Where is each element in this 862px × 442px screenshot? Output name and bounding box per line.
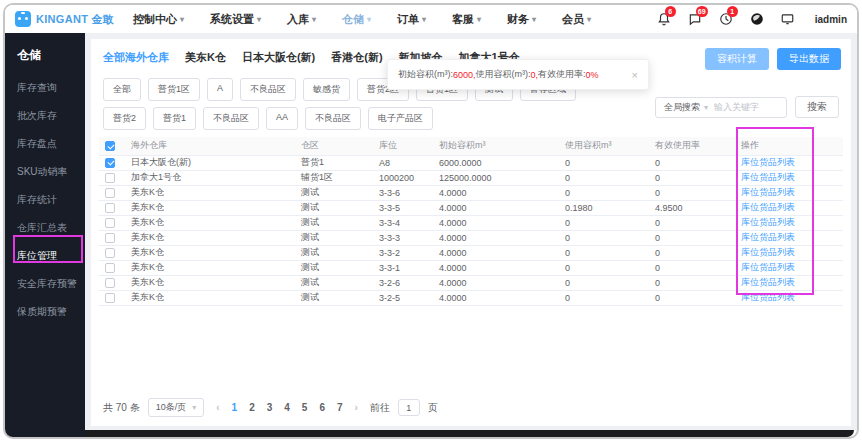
cell-warehouse: 美东K仓 xyxy=(125,230,295,245)
nav-menu-label: 会员 xyxy=(562,12,584,27)
select-all-checkbox[interactable] xyxy=(105,141,115,151)
location-goods-link[interactable]: 库位货品列表 xyxy=(741,172,795,182)
cell-used-volume: 0 xyxy=(559,275,649,290)
zone-chip[interactable]: 敏感货 xyxy=(303,78,350,101)
messages-icon[interactable]: 69 xyxy=(687,11,703,27)
cell-used-volume: 0 xyxy=(559,215,649,230)
location-goods-link[interactable]: 库位货品列表 xyxy=(741,292,795,302)
globe-icon[interactable] xyxy=(749,11,765,27)
row-checkbox[interactable] xyxy=(105,218,115,228)
next-page-icon[interactable]: › xyxy=(355,402,358,413)
pagination: 共 70 条 10条/页 ▾ ‹ 1 2 3 4 5 6 7 › 前往 xyxy=(103,398,438,417)
nav-menu-members[interactable]: 会员 ▾ xyxy=(562,12,591,27)
tab-us-east-k[interactable]: 美东K仓 xyxy=(185,50,226,65)
tab-hongkong-new[interactable]: 香港仓(新) xyxy=(331,50,382,65)
search-button[interactable]: 搜索 xyxy=(795,96,839,118)
page-number-6[interactable]: 6 xyxy=(319,402,325,413)
sidebar-item-warehouse-summary[interactable]: 仓库汇总表 xyxy=(5,214,85,242)
sidebar-item-batch-inventory[interactable]: 批次库存 xyxy=(5,102,85,130)
nav-menu-control-center[interactable]: 控制中心 ▾ xyxy=(133,12,184,27)
tab-japan-osaka-new[interactable]: 日本大阪仓(新) xyxy=(242,50,315,65)
zone-chip[interactable]: 不良品区 xyxy=(305,107,361,130)
cell-location: 3-3-2 xyxy=(373,245,433,260)
sidebar-item-safety-stock-alert[interactable]: 安全库存预警 xyxy=(5,270,85,298)
sidebar-item-shelf-life-alert[interactable]: 保质期预警 xyxy=(5,298,85,326)
sidebar-item-sku-sales-rate[interactable]: SKU动销率 xyxy=(5,158,85,186)
row-checkbox[interactable] xyxy=(105,233,115,243)
zone-chip[interactable]: 普货2 xyxy=(103,107,146,130)
cell-usage-rate: 0 xyxy=(649,245,735,260)
nav-menu-orders[interactable]: 订单 ▾ xyxy=(397,12,426,27)
nav-menu-finance[interactable]: 财务 ▾ xyxy=(507,12,536,27)
chevron-down-icon: ▾ xyxy=(180,15,184,24)
volume-calc-button[interactable]: 容积计算 xyxy=(705,48,769,70)
notification-bell-icon[interactable]: 6 xyxy=(656,11,672,27)
location-goods-link[interactable]: 库位货品列表 xyxy=(741,202,795,212)
zone-chip[interactable]: 普货1区 xyxy=(148,78,200,101)
tab-all-overseas[interactable]: 全部海外仓库 xyxy=(103,50,169,65)
row-checkbox[interactable] xyxy=(105,173,115,183)
chevron-down-icon: ▾ xyxy=(477,15,481,24)
goto-page-input[interactable] xyxy=(398,399,420,416)
sidebar-item-inventory-query[interactable]: 库存查询 xyxy=(5,74,85,102)
alert-value: 0, xyxy=(531,70,539,80)
cell-location: 3-2-6 xyxy=(373,275,433,290)
location-goods-link[interactable]: 库位货品列表 xyxy=(741,232,795,242)
zone-chip[interactable]: 不良品区 xyxy=(240,78,296,101)
brand-icon xyxy=(15,11,31,27)
search-input[interactable] xyxy=(714,99,786,116)
location-goods-link[interactable]: 库位货品列表 xyxy=(741,217,795,227)
cell-zone: 测试 xyxy=(295,275,373,290)
location-goods-link[interactable]: 库位货品列表 xyxy=(741,187,795,197)
export-data-button[interactable]: 导出数据 xyxy=(777,48,841,70)
page-number-3[interactable]: 3 xyxy=(267,402,273,413)
location-goods-link[interactable]: 库位货品列表 xyxy=(741,157,795,167)
clock-icon[interactable]: 1 xyxy=(718,11,734,27)
zone-chip[interactable]: 电子产品区 xyxy=(368,107,433,130)
cell-usage-rate: 0 xyxy=(649,230,735,245)
sidebar-item-location-management[interactable]: 库位管理 xyxy=(5,242,85,270)
row-checkbox[interactable] xyxy=(105,278,115,288)
row-checkbox[interactable] xyxy=(105,203,115,213)
row-checkbox[interactable] xyxy=(105,293,115,303)
location-goods-link[interactable]: 库位货品列表 xyxy=(741,277,795,287)
cell-warehouse: 美东K仓 xyxy=(125,245,295,260)
page-number-4[interactable]: 4 xyxy=(284,402,290,413)
page-number-5[interactable]: 5 xyxy=(302,402,308,413)
monitor-icon[interactable] xyxy=(780,11,796,27)
zone-chip[interactable]: 不良品区 xyxy=(203,107,259,130)
row-checkbox[interactable] xyxy=(105,158,115,168)
search-scope-select[interactable]: 全局搜索 xyxy=(656,101,704,114)
prev-page-icon[interactable]: ‹ xyxy=(216,402,219,413)
cell-used-volume: 0.1980 xyxy=(559,200,649,215)
chevron-down-icon: ▾ xyxy=(367,15,371,24)
cell-location: 3-3-4 xyxy=(373,215,433,230)
username[interactable]: iadmin xyxy=(815,14,847,25)
row-checkbox[interactable] xyxy=(105,188,115,198)
row-checkbox[interactable] xyxy=(105,248,115,258)
sidebar-item-stock-taking[interactable]: 库存盘点 xyxy=(5,130,85,158)
chevron-down-icon[interactable]: ▾ xyxy=(704,103,714,112)
page-number-2[interactable]: 2 xyxy=(249,402,255,413)
page-number-1[interactable]: 1 xyxy=(232,402,238,413)
page-size-select[interactable]: 10条/页 ▾ xyxy=(148,398,205,417)
nav-menu-customer-service[interactable]: 客服 ▾ xyxy=(452,12,481,27)
page-number-7[interactable]: 7 xyxy=(337,402,343,413)
zone-chip[interactable]: A xyxy=(207,78,233,101)
alert-value: 0% xyxy=(586,70,599,80)
search-combo: 全局搜索 ▾ xyxy=(655,97,787,118)
nav-menu-inbound[interactable]: 入库 ▾ xyxy=(287,12,316,27)
topbar-actions: 6 69 1 xyxy=(656,11,847,27)
zone-chip[interactable]: AA xyxy=(266,107,298,130)
goto-label: 前往 xyxy=(370,401,390,415)
nav-menu-system-settings[interactable]: 系统设置 ▾ xyxy=(210,12,261,27)
close-icon[interactable]: × xyxy=(622,69,638,81)
location-goods-link[interactable]: 库位货品列表 xyxy=(741,262,795,272)
sidebar-item-inventory-stats[interactable]: 库存统计 xyxy=(5,186,85,214)
zone-chip[interactable]: 全部 xyxy=(103,78,141,101)
app-logo[interactable]: KINGANT 金敢 xyxy=(15,11,133,27)
row-checkbox[interactable] xyxy=(105,263,115,273)
nav-menu-warehouse[interactable]: 仓储 ▾ xyxy=(342,12,371,27)
zone-chip[interactable]: 普货1 xyxy=(153,107,196,130)
location-goods-link[interactable]: 库位货品列表 xyxy=(741,247,795,257)
